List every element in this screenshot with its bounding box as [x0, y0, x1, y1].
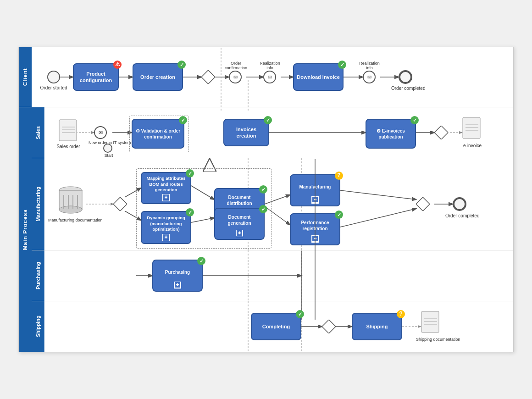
svg-rect-21 [463, 117, 480, 139]
start-label: Start [100, 153, 118, 158]
mfg-doc-label: Manufacturing documentation [48, 218, 89, 222]
new-order-msg-event: ✉ [94, 126, 107, 139]
completing-task[interactable]: ✓ Completing [251, 313, 301, 340]
completing-badge: ✓ [296, 310, 304, 318]
shipping-gateway [322, 320, 336, 333]
svg-marker-59 [322, 320, 336, 333]
mapping-badge: ✓ [186, 169, 194, 177]
swimlane-container: Client [19, 47, 513, 352]
main-process-label: Main Process [22, 209, 28, 250]
order-started-label: Order started [40, 85, 67, 90]
doc-gen-badge: ✓ [259, 205, 267, 213]
mfg-order-completed-label: Order completed [445, 213, 475, 218]
manufacturing-badge: ? [335, 172, 343, 180]
svg-line-33 [340, 209, 416, 227]
main-process-wrapper: Main Process Sales [19, 107, 513, 352]
order-creation-task[interactable]: ✓ Order creation [133, 63, 183, 91]
sub-lanes: Sales [32, 107, 513, 352]
svg-rect-16 [59, 120, 77, 141]
product-config-badge: ⚠ [113, 61, 122, 69]
dynamic-badge: ✓ [186, 208, 194, 216]
realization-info-msg1: ✉ [263, 71, 276, 83]
perf-registration-task[interactable]: ✓ Performance registration + [290, 213, 340, 245]
mfg-doc-cylinder [58, 186, 83, 217]
client-lane-label-outer: Client [19, 47, 32, 107]
einvoices-pub-task[interactable]: ✓ ⚙ E-invoices publication [366, 119, 416, 149]
doc-dist-badge: ✓ [259, 185, 267, 194]
svg-line-32 [340, 190, 416, 200]
svg-marker-46 [416, 197, 430, 211]
order-confirm-gateway [201, 70, 215, 84]
realization-info-label1: Realization info [257, 61, 283, 70]
purchasing-lane-label-col: Purchasing [32, 250, 44, 301]
einvoice-label: e-invoice [459, 143, 486, 148]
einvoice-doc [462, 116, 482, 142]
sales-order-label: Sales order [55, 144, 82, 149]
sales-gateway-out [434, 126, 448, 139]
sales-order-doc [58, 119, 79, 144]
main-process-label-col: Main Process [19, 107, 32, 352]
shipping-task[interactable]: ? Shipping [352, 313, 402, 340]
manufacturing-lane-label: Manufacturing [35, 187, 41, 222]
svg-marker-8 [201, 70, 215, 84]
svg-point-39 [59, 206, 82, 213]
order-creation-badge: ✓ [177, 61, 186, 69]
realization-info-msg2: ✉ [363, 71, 376, 83]
purchasing-lane: Purchasing [32, 250, 513, 301]
mfg-gateway-out [416, 197, 430, 211]
mfg-order-completed-event [453, 197, 466, 211]
product-config-task[interactable]: ⚠ Product configuration [73, 63, 119, 91]
purchasing-arrows [44, 250, 513, 301]
sales-lane-label-col: Sales [32, 107, 44, 158]
shipping-lane: Shipping [32, 301, 513, 352]
order-completed-label: Order completed [391, 86, 421, 91]
diagram-wrapper: Client [18, 47, 514, 352]
purchasing-badge: ✓ [197, 257, 205, 265]
download-invoice-badge: ✓ [338, 61, 346, 69]
realization-info-label2: Realization info [357, 61, 382, 70]
manufacturing-lane-content: Manufacturing documentation ✓ Mapping at… [44, 158, 513, 250]
perf-badge: ✓ [335, 211, 343, 219]
start-event [103, 144, 112, 153]
client-lane: Client [19, 47, 513, 107]
shipping-lane-label: Shipping [35, 316, 41, 337]
shipping-doc [421, 310, 441, 336]
sales-lane-content: Sales order ✉ New order in IT system Sta… [44, 107, 513, 158]
einvoices-badge: ✓ [410, 116, 419, 124]
order-confirm-msg: ✉ [229, 71, 242, 83]
order-started-event [47, 71, 60, 83]
invoices-creation-task[interactable]: ✓ Invoices creation [223, 119, 269, 146]
sales-lane-label: Sales [35, 126, 41, 139]
validation-badge: ✓ [179, 116, 187, 124]
purchasing-lane-label: Purchasing [35, 262, 41, 289]
shipping-lane-content: ✓ Completing ? Shipping [44, 301, 513, 352]
purchasing-task[interactable]: ✓ Purchasing + [152, 260, 203, 292]
shipping-lane-label-col: Shipping [32, 301, 44, 352]
mfg-gateway-in [113, 197, 127, 211]
svg-marker-20 [434, 126, 448, 139]
svg-marker-44 [113, 197, 127, 211]
client-lane-content: Order started ⚠ Product configuration ✓ … [32, 47, 513, 107]
client-lane-label: Client [22, 68, 28, 86]
manufacturing-task[interactable]: ? Manufacturing + [290, 174, 340, 206]
manufacturing-lane-label-col: Manufacturing [32, 158, 44, 250]
shipping-doc-label: Shipping documentation [416, 337, 448, 342]
order-confirm-label: Order confirmation [223, 61, 249, 70]
mfg-dashed-box [136, 168, 272, 249]
manufacturing-lane: Manufacturing [32, 158, 513, 250]
purchasing-lane-content: ✓ Purchasing + [44, 250, 513, 301]
download-invoice-task[interactable]: ✓ Download invoice [293, 63, 344, 91]
shipping-badge: ? [397, 310, 405, 318]
invoices-badge: ✓ [264, 116, 272, 124]
sales-lane: Sales [32, 107, 513, 158]
svg-rect-60 [421, 311, 439, 332]
order-completed-event [399, 70, 412, 84]
